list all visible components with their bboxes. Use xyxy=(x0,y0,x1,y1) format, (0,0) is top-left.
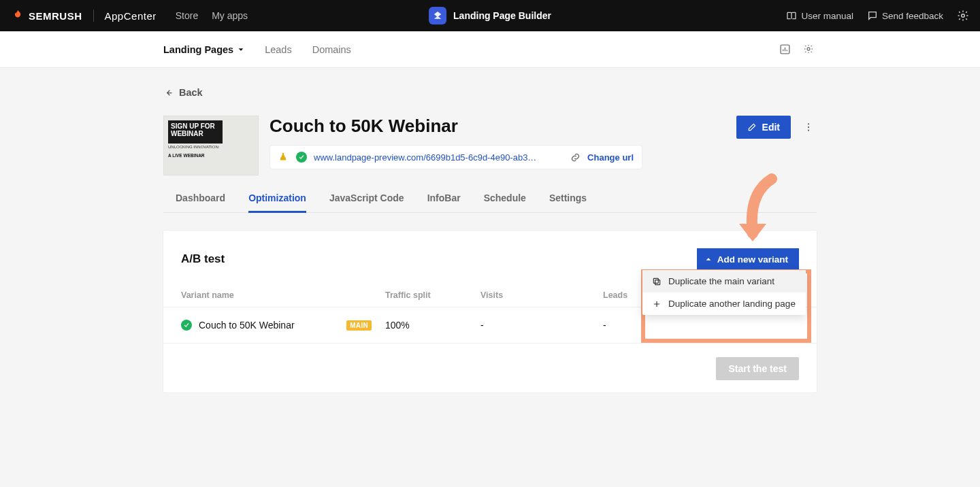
user-manual-label: User manual xyxy=(801,11,853,21)
topnav-store[interactable]: Store xyxy=(176,10,198,21)
thumb-sub1: UNLOCKING INNOVATION: xyxy=(168,145,219,149)
top-nav: Store My apps xyxy=(176,10,248,21)
start-test-button[interactable]: Start the test xyxy=(716,357,799,380)
svg-point-5 xyxy=(808,130,809,131)
caret-down-icon xyxy=(238,46,244,53)
dropdown-duplicate-main-label: Duplicate the main variant xyxy=(668,276,774,286)
more-actions-button[interactable] xyxy=(800,119,817,135)
svg-point-3 xyxy=(808,123,809,124)
url-box: www.landpage-preview.com/6699b1d5-6c9d-4… xyxy=(270,145,642,169)
tab-javascript-code[interactable]: JavaScript Code xyxy=(329,185,404,212)
link-icon xyxy=(570,152,581,163)
bar-chart-icon xyxy=(779,44,791,55)
abtest-panel: A/B test Add new variant Duplicate the m… xyxy=(163,231,817,392)
user-manual-link[interactable]: User manual xyxy=(786,10,853,21)
col-visits: Visits xyxy=(480,290,603,300)
add-variant-dropdown: Duplicate the main variant Duplicate ano… xyxy=(642,270,806,315)
thumb-sub2: A LIVE WEBINAR xyxy=(168,153,205,158)
secondary-bar: Landing Pages Leads Domains xyxy=(0,31,980,68)
col-traffic-split: Traffic split xyxy=(385,290,480,300)
tab-optimization[interactable]: Optimization xyxy=(248,185,306,213)
svg-point-0 xyxy=(962,14,965,18)
settings-gear[interactable] xyxy=(957,10,969,22)
tab-schedule[interactable]: Schedule xyxy=(484,185,526,212)
main-badge: MAIN xyxy=(346,320,372,331)
brand-main: SEMRUSH xyxy=(29,10,82,22)
page-tabs: Dashboard Optimization JavaScript Code I… xyxy=(163,185,817,213)
semrush-flame-icon xyxy=(11,9,24,22)
dropdown-duplicate-main[interactable]: Duplicate the main variant xyxy=(642,270,806,292)
send-feedback-label: Send feedback xyxy=(882,11,943,21)
back-label: Back xyxy=(179,87,203,98)
pencil-icon xyxy=(747,122,757,132)
change-url-link[interactable]: Change url xyxy=(587,152,634,163)
feedback-icon xyxy=(867,10,878,21)
caret-up-icon xyxy=(705,256,712,263)
secbar-settings-button[interactable] xyxy=(803,44,814,55)
status-check-icon xyxy=(296,152,307,163)
page-url[interactable]: www.landpage-preview.com/6699b1d5-6c9d-4… xyxy=(314,152,564,163)
copy-link-button[interactable] xyxy=(570,152,581,163)
tab-infobar[interactable]: InfoBar xyxy=(427,185,461,212)
variant-name: Couch to 50K Webinar xyxy=(199,320,295,331)
gear-icon xyxy=(957,10,969,22)
flask-icon xyxy=(278,152,289,163)
brand: SEMRUSH AppCenter xyxy=(11,9,157,22)
check-icon xyxy=(181,320,192,331)
page-title: Couch to 50K Webinar xyxy=(270,116,725,137)
thumb-headline: SIGN UP FOR WEBINAR xyxy=(168,120,223,144)
arrow-left-icon xyxy=(163,88,174,98)
svg-rect-6 xyxy=(655,280,660,284)
copy-icon xyxy=(652,277,662,286)
secnav-domains[interactable]: Domains xyxy=(312,44,351,55)
svg-point-2 xyxy=(807,48,810,50)
dropdown-duplicate-other-label: Duplicate another landing page xyxy=(668,299,796,309)
top-bar: SEMRUSH AppCenter Store My apps Landing … xyxy=(0,0,980,31)
secnav-leads[interactable]: Leads xyxy=(265,44,292,55)
add-variant-label: Add new variant xyxy=(717,254,788,265)
dots-vertical-icon xyxy=(803,122,814,133)
page-thumbnail: SIGN UP FOR WEBINAR UNLOCKING INNOVATION… xyxy=(163,116,259,175)
tab-dashboard[interactable]: Dashboard xyxy=(176,185,225,212)
send-feedback-link[interactable]: Send feedback xyxy=(867,10,943,21)
edit-button[interactable]: Edit xyxy=(736,116,791,139)
secnav-landing-pages[interactable]: Landing Pages xyxy=(163,44,244,55)
variant-visits: - xyxy=(480,320,603,331)
back-link[interactable]: Back xyxy=(163,87,817,98)
app-icon xyxy=(429,7,446,24)
brand-divider xyxy=(93,10,94,22)
gear-icon xyxy=(803,44,814,54)
topbar-right: User manual Send feedback xyxy=(786,10,969,22)
secbar-stats-button[interactable] xyxy=(779,44,791,55)
book-icon xyxy=(786,10,797,21)
panel-heading: A/B test xyxy=(181,252,225,266)
page: Back SIGN UP FOR WEBINAR UNLOCKING INNOV… xyxy=(163,68,817,420)
col-variant-name: Variant name xyxy=(181,290,385,300)
edit-button-label: Edit xyxy=(762,122,780,133)
topnav-myapps[interactable]: My apps xyxy=(212,10,248,21)
variant-leads: - xyxy=(603,320,725,331)
secnav-landing-pages-label: Landing Pages xyxy=(163,44,233,55)
svg-rect-7 xyxy=(653,278,658,283)
brand-sub: AppCenter xyxy=(105,10,157,22)
app-title: Landing Page Builder xyxy=(453,10,551,21)
page-header: SIGN UP FOR WEBINAR UNLOCKING INNOVATION… xyxy=(163,116,817,175)
add-variant-button[interactable]: Add new variant xyxy=(697,248,799,270)
dropdown-duplicate-other[interactable]: Duplicate another landing page xyxy=(642,292,806,315)
tab-settings[interactable]: Settings xyxy=(549,185,587,212)
plus-icon xyxy=(652,299,662,309)
variant-split: 100% xyxy=(385,320,480,331)
app-title-wrap: Landing Page Builder xyxy=(429,7,551,24)
svg-point-4 xyxy=(808,127,809,128)
